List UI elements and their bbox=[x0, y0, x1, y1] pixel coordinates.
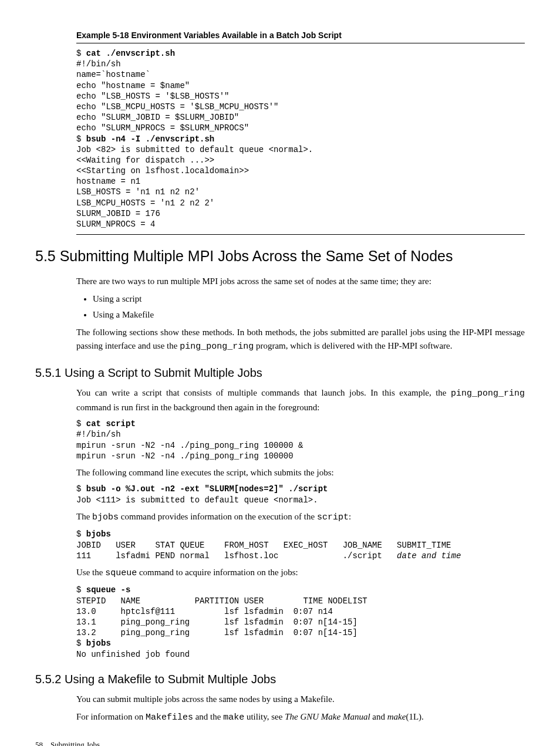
code-block-bjobs: $ bjobs JOBID USER STAT QUEUE FROM_HOST … bbox=[76, 529, 525, 561]
section-5-5-heading: 5.5 Submitting Multiple MPI Jobs Across … bbox=[35, 245, 525, 268]
code-line: 13.2 ping_pong_ring lsf lsfadmin 0:07 n[… bbox=[76, 628, 357, 637]
prompt: $ bbox=[76, 529, 86, 539]
list-item: Using a Makefile bbox=[93, 308, 525, 322]
list-item: Using a script bbox=[93, 292, 525, 306]
code-line: STEPID NAME PARTITION USER TIME NODELIST bbox=[76, 596, 367, 606]
cmd-cat: cat ./envscript.sh bbox=[86, 49, 175, 58]
code-line: mpirun -srun -N2 -n4 ./ping_pong_ring 10… bbox=[76, 451, 294, 461]
section-5-5-2-heading: 5.5.2 Using a Makefile to Submit Multipl… bbox=[35, 670, 525, 688]
code-line: hostname = n1 bbox=[76, 177, 140, 186]
paragraph: Use the squeue command to acquire inform… bbox=[76, 566, 525, 580]
code-line: name=`hostname` bbox=[76, 70, 150, 79]
prompt: $ bbox=[76, 484, 86, 494]
inline-code: make bbox=[223, 713, 244, 723]
text: command to acquire information on the jo… bbox=[137, 568, 298, 577]
code-line: 13.0 hptclsf@111 lsf lsfadmin 0:07 n14 bbox=[76, 607, 333, 616]
paragraph: The bjobs command provides information o… bbox=[76, 510, 525, 525]
inline-code: ping_pong_ring bbox=[180, 342, 254, 352]
inline-code: ping_pong_ring bbox=[451, 389, 525, 399]
code-line: echo "hostname = $name" bbox=[76, 81, 190, 90]
text: command provides information on the exec… bbox=[119, 512, 317, 521]
paragraph: The following sections show these method… bbox=[76, 326, 525, 353]
text: : bbox=[349, 512, 351, 521]
cmd-bjobs: bjobs bbox=[86, 529, 111, 539]
section-5-5-1-heading: 5.5.1 Using a Script to Submit Multiple … bbox=[35, 364, 525, 382]
code-line: LSB_HOSTS = 'n1 n1 n2 n2' bbox=[76, 187, 200, 197]
text: The bbox=[76, 512, 92, 521]
code-line: #!/bin/sh bbox=[76, 59, 121, 69]
code-block-bsub: $ bsub -o %J.out -n2 -ext "SLURM[nodes=2… bbox=[76, 484, 525, 505]
text: and bbox=[370, 712, 387, 721]
cmd-cat-script: cat script bbox=[86, 419, 136, 428]
code-line: mpirun -srun -N2 -n4 ./ping_pong_ring 10… bbox=[76, 441, 303, 450]
cmd-bsub: bsub -n4 -I ./envscript.sh bbox=[86, 134, 214, 144]
cmd-bjobs2: bjobs bbox=[86, 639, 111, 648]
inline-code: bjobs bbox=[92, 512, 119, 522]
code-line: #!/bin/sh bbox=[76, 430, 121, 439]
code-line: echo "SLURM_JOBID = $SLURM_JOBID" bbox=[76, 113, 239, 122]
text: utility, see bbox=[244, 712, 285, 721]
code-italic: date and time bbox=[397, 551, 461, 561]
text: (1L). bbox=[406, 712, 423, 721]
paragraph: You can submit multiple jobs across the … bbox=[76, 693, 525, 706]
code-line: JOBID USER STAT QUEUE FROM_HOST EXEC_HOS… bbox=[76, 541, 451, 550]
inline-code: squeue bbox=[105, 568, 137, 578]
code-line: 111 lsfadmi PEND normal lsfhost.loc ./sc… bbox=[76, 551, 397, 561]
code-line: Job <111> is submitted to default queue … bbox=[76, 495, 318, 505]
code-line: No unfinished job found bbox=[76, 650, 190, 659]
page-footer: 58 Submitting Jobs bbox=[35, 739, 525, 746]
text: For information on bbox=[76, 712, 146, 721]
code-line: SLURM_NPROCS = 4 bbox=[76, 220, 155, 229]
code-line: SLURM_JOBID = 176 bbox=[76, 209, 160, 218]
code-line: 13.1 ping_pong_ring lsf lsfadmin 0:07 n[… bbox=[76, 617, 357, 627]
code-line: echo "SLURM_NPROCS = $SLURM_NPROCS" bbox=[76, 123, 249, 133]
paragraph: For information on Makefiles and the mak… bbox=[76, 710, 525, 725]
code-block-envscript: $ cat ./envscript.sh #!/bin/sh name=`hos… bbox=[76, 48, 525, 229]
text: program, which is delivered with the HP-… bbox=[254, 341, 452, 350]
prompt: $ bbox=[76, 419, 86, 428]
italic-title: The GNU Make Manual bbox=[285, 712, 370, 721]
text: command is run first in the background t… bbox=[76, 403, 319, 412]
italic-title: make bbox=[387, 712, 406, 721]
example-title: Example 5-18 Environment Variables Avail… bbox=[76, 29, 525, 43]
code-line: LSB_MCPU_HOSTS = 'n1 2 n2 2' bbox=[76, 198, 214, 208]
code-line: Job <82> is submitted to default queue <… bbox=[76, 145, 313, 154]
code-line: <<Waiting for dispatch ...>> bbox=[76, 156, 214, 165]
prompt: $ bbox=[76, 134, 86, 144]
text: Use the bbox=[76, 568, 105, 577]
bullet-list: Using a script Using a Makefile bbox=[76, 292, 525, 321]
inline-code: Makefiles bbox=[146, 713, 193, 723]
cmd-bsub2: bsub -o %J.out -n2 -ext "SLURM[nodes=2]"… bbox=[86, 484, 328, 494]
footer-text: Submitting Jobs bbox=[50, 740, 100, 746]
prompt: $ bbox=[76, 585, 86, 595]
text: You can write a script that consists of … bbox=[76, 388, 451, 397]
text: and the bbox=[193, 712, 223, 721]
divider bbox=[76, 234, 525, 235]
code-block-script: $ cat script #!/bin/sh mpirun -srun -N2 … bbox=[76, 418, 525, 461]
code-line: <<Starting on lsfhost.localdomain>> bbox=[76, 166, 249, 175]
code-block-squeue: $ squeue -s STEPID NAME PARTITION USER T… bbox=[76, 585, 525, 659]
paragraph: You can write a script that consists of … bbox=[76, 386, 525, 414]
inline-code: script bbox=[317, 512, 349, 522]
prompt: $ bbox=[76, 639, 86, 648]
paragraph: The following command line executes the … bbox=[76, 466, 525, 480]
paragraph: There are two ways to run multiple MPI j… bbox=[76, 275, 525, 288]
page-number: 58 bbox=[35, 740, 43, 746]
code-line: echo "LSB_MCPU_HOSTS = '$LSB_MCPU_HOSTS'… bbox=[76, 102, 278, 112]
cmd-squeue: squeue -s bbox=[86, 585, 131, 595]
prompt: $ bbox=[76, 49, 86, 58]
code-line: echo "LSB_HOSTS = '$LSB_HOSTS'" bbox=[76, 92, 229, 101]
